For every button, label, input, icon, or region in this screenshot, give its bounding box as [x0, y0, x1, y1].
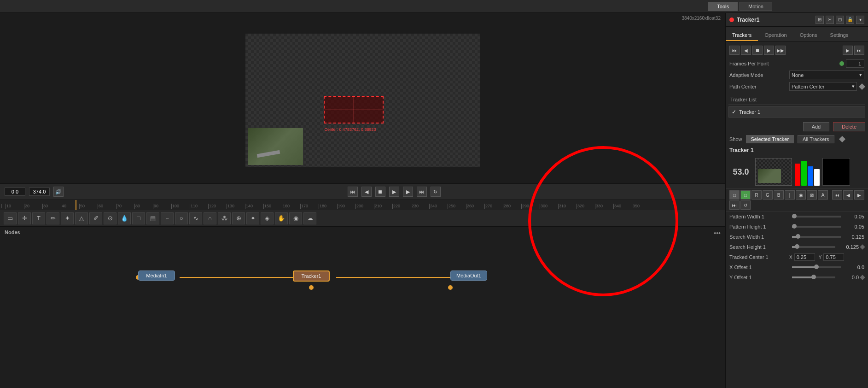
frames-per-point-value[interactable]: 1: [846, 59, 864, 68]
color-bar-white: [814, 169, 820, 186]
track-tool[interactable]: ⊕: [232, 212, 245, 224]
text-tool[interactable]: T: [32, 212, 45, 224]
poly-tool[interactable]: △: [75, 212, 88, 224]
tc-icon-a[interactable]: |: [785, 190, 795, 200]
next-btn[interactable]: ▶: [403, 187, 413, 197]
color-tool[interactable]: ⊙: [104, 212, 117, 224]
param-slider-pw[interactable]: [792, 216, 841, 218]
rp-icon-1[interactable]: ⊞: [816, 16, 824, 24]
tc-nav-3[interactable]: ▶: [854, 190, 864, 200]
timeline-ruler[interactable]: | (function() { const container = docume…: [0, 200, 725, 210]
transform-tool[interactable]: ✛: [18, 212, 31, 224]
tc-play[interactable]: ▶: [764, 46, 774, 55]
param-slider-yo[interactable]: [792, 276, 835, 278]
param-label-ph: Pattern Height 1: [729, 224, 789, 229]
prev-btn[interactable]: ◀: [361, 187, 372, 197]
tc-icon-c[interactable]: ◉: [796, 190, 806, 200]
stop-btn[interactable]: ⏹: [375, 187, 385, 197]
node-mediaIn1[interactable]: MediaIn1: [138, 270, 175, 281]
rect-tool[interactable]: □: [132, 212, 145, 224]
frame-tool[interactable]: ▤: [146, 212, 159, 224]
path-center-row: Path Center Pattern Center ▾: [726, 81, 868, 92]
tab-operation[interactable]: Operation: [758, 30, 793, 41]
skip-start-btn[interactable]: ⏮: [348, 187, 358, 197]
marker-tool[interactable]: ✦: [246, 212, 259, 224]
tc-icon-e[interactable]: A: [818, 190, 828, 200]
tc-skip-start[interactable]: ⏮: [729, 46, 740, 55]
pencil-tool[interactable]: ✐: [89, 212, 102, 224]
tab-tools[interactable]: Tools: [708, 2, 738, 11]
bezier-tool[interactable]: ∿: [189, 212, 202, 224]
rp-icon-4[interactable]: 🔒: [846, 16, 854, 24]
center-area: 3840x2160xfloat32 Center: 0.4783762, 0.3…: [0, 13, 725, 388]
tc-nav-5[interactable]: ↺: [740, 200, 751, 210]
tc-icon-b[interactable]: B: [774, 190, 784, 200]
tc-icon-r[interactable]: R: [751, 190, 762, 200]
preview-black-box: [822, 158, 850, 186]
circle-tool[interactable]: ○: [175, 212, 188, 224]
show-selected-btn[interactable]: Selected Tracker: [746, 135, 794, 143]
skip-end-btn[interactable]: ⏭: [417, 187, 427, 197]
select-tool[interactable]: ▭: [4, 212, 17, 224]
rp-icon-5[interactable]: ▾: [856, 16, 864, 24]
tab-motion[interactable]: Motion: [740, 2, 772, 11]
tc-nav-2[interactable]: ◀: [843, 190, 853, 200]
tc-icon-g[interactable]: G: [763, 190, 773, 200]
tracker-list-item-1[interactable]: ✓ Tracker 1: [728, 106, 865, 118]
rp-icon-3[interactable]: ⊡: [836, 16, 844, 24]
show-all-btn[interactable]: All Trackers: [798, 135, 834, 143]
ruler-segment-250: 250: [448, 200, 466, 209]
param-slider-ph[interactable]: [792, 226, 841, 228]
nodes-more-btn[interactable]: •••: [714, 229, 721, 237]
crop-tool[interactable]: ⌐: [161, 212, 174, 224]
adaptive-mode-dropdown[interactable]: None ▾: [789, 71, 864, 79]
dropper-tool[interactable]: 💧: [118, 212, 131, 224]
eye-tool[interactable]: ◉: [289, 212, 302, 224]
paint-tool[interactable]: ✏: [47, 212, 59, 224]
cloud-tool[interactable]: ☁: [303, 212, 316, 224]
node-mediaOut1[interactable]: MediaOut1: [450, 270, 487, 281]
delete-btn[interactable]: Delete: [833, 122, 865, 131]
tc-prev[interactable]: ◀: [741, 46, 751, 55]
tc-stop[interactable]: ⏹: [752, 46, 763, 55]
param-slider-xo[interactable]: [792, 266, 841, 268]
current-frame-display[interactable]: 0.0: [5, 188, 25, 196]
add-btn[interactable]: Add: [803, 122, 830, 131]
path-center-dropdown[interactable]: Pattern Center ▾: [789, 82, 857, 91]
star-tool[interactable]: ✦: [61, 212, 74, 224]
playback-bar: 0.0 374.0 🔊 ⏮ ◀ ⏹ ▶ ▶ ⏭ ↻: [0, 183, 725, 200]
viewer: 3840x2160xfloat32 Center: 0.4783762, 0.3…: [0, 13, 725, 183]
pattern-width-row: Pattern Width 1 0.05: [726, 212, 868, 222]
y-offset-row: Y Offset 1 0.0: [726, 272, 868, 282]
mask-tool[interactable]: ◈: [261, 212, 274, 224]
tc-nav-1[interactable]: ⏮: [832, 190, 842, 200]
color-bar-blue: [808, 166, 813, 186]
tc-extra1[interactable]: ▶: [843, 46, 853, 55]
rp-icon-2[interactable]: ✂: [826, 16, 834, 24]
tab-options[interactable]: Options: [793, 30, 824, 41]
tab-trackers[interactable]: Trackers: [726, 30, 758, 41]
tc-nav-4[interactable]: ⏭: [729, 200, 740, 210]
tracked-center-x-value[interactable]: 0.25: [794, 253, 815, 261]
tc-icon-1[interactable]: □: [729, 190, 740, 200]
node-tracker1[interactable]: Tracker1: [293, 270, 330, 282]
tab-settings[interactable]: Settings: [824, 30, 855, 41]
tc-icon-d[interactable]: ⊠: [807, 190, 817, 200]
grab-tool[interactable]: ✋: [275, 212, 288, 224]
tc-next[interactable]: ▶▶: [775, 46, 786, 55]
play-btn[interactable]: ▶: [389, 187, 399, 197]
loop-btn[interactable]: ↻: [431, 187, 441, 197]
tc-extra2[interactable]: ⏭: [854, 46, 864, 55]
ruler-segment-230: 230: [411, 200, 429, 209]
tc-icon-2[interactable]: □: [740, 190, 751, 200]
params-section: Pattern Width 1 0.05 Pattern Height 1 0.…: [726, 212, 868, 388]
param-slider-sw[interactable]: [792, 236, 841, 238]
param-slider-sh[interactable]: [792, 246, 835, 248]
particle-tool[interactable]: ⁂: [218, 212, 231, 224]
volume-icon[interactable]: 🔊: [53, 187, 64, 197]
warp-tool[interactable]: ⌂: [204, 212, 216, 224]
ruler-segment-350: 350: [632, 200, 650, 209]
total-frames-display[interactable]: 374.0: [29, 188, 50, 196]
svg-point-2: [309, 285, 314, 290]
tracked-center-y-value[interactable]: 0.75: [823, 253, 844, 261]
